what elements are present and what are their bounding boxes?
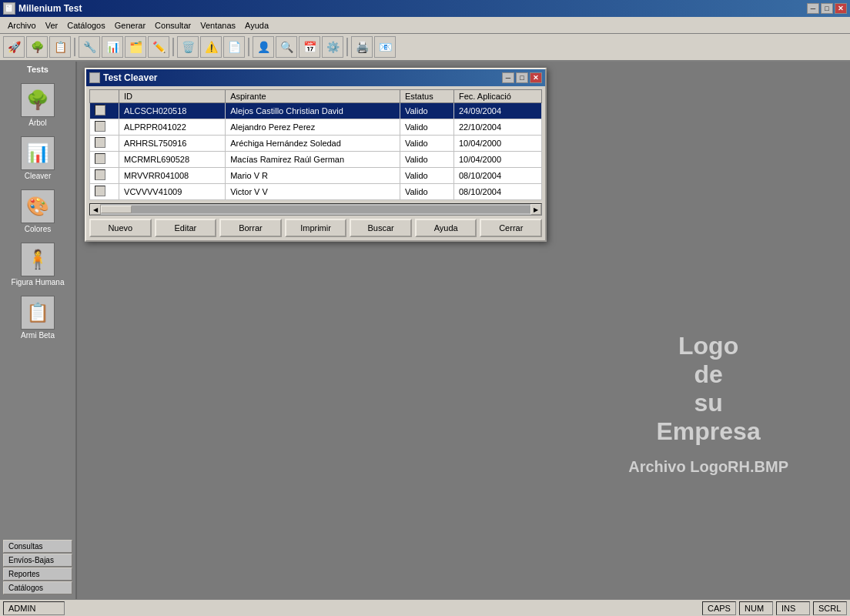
row-estatus: Valido <box>400 168 453 184</box>
row-id: ALPRPR041022 <box>119 119 226 136</box>
menu-consultar[interactable]: Consultar <box>150 19 196 32</box>
sidebar-item-arbol[interactable]: 🌳 Árbol <box>3 80 72 130</box>
armi-icon: 📋 <box>21 296 55 330</box>
sidebar-item-cleaver[interactable]: 📊 Cleaver <box>3 133 72 183</box>
figura-icon: 🧍 <box>21 243 55 276</box>
toolbar-sep-2 <box>172 38 174 56</box>
imprimir-button[interactable]: Imprimir <box>285 219 347 237</box>
row-indicator <box>95 105 105 116</box>
ayuda-button[interactable]: Ayuda <box>415 219 477 237</box>
nuevo-button[interactable]: Nuevo <box>89 219 152 237</box>
row-id: ARHRSL750916 <box>119 136 226 152</box>
row-fecha: 24/09/2004 <box>453 103 541 119</box>
logo-line3: su <box>694 389 722 417</box>
toolbar-btn-4[interactable]: 🔧 <box>79 36 100 58</box>
dialog-maximize-btn[interactable]: □ <box>516 72 528 83</box>
toolbar-btn-10[interactable]: 📄 <box>223 36 245 58</box>
status-ins: INS <box>776 601 810 615</box>
toolbar-btn-11[interactable]: 👤 <box>253 36 274 58</box>
menu-generar[interactable]: Generar <box>110 19 150 32</box>
row-indicator-cell <box>90 103 119 119</box>
sidebar-item-colores[interactable]: 🎨 Colores <box>3 186 72 236</box>
dialog-minimize-btn[interactable]: ─ <box>502 72 514 83</box>
row-estatus: Valido <box>400 136 453 152</box>
borrar-button[interactable]: Borrar <box>219 219 282 237</box>
menu-ayuda[interactable]: Ayuda <box>240 19 273 32</box>
toolbar-btn-15[interactable]: 🖨️ <box>351 36 373 58</box>
sidebar-bottom-reportes[interactable]: Reportes <box>3 567 72 581</box>
sidebar-item-label-arbol: Árbol <box>28 119 46 127</box>
scrollbar-right-btn[interactable]: ▶ <box>530 204 541 215</box>
app-maximize-btn[interactable]: □ <box>821 3 833 14</box>
status-caps: CAPS <box>702 601 736 615</box>
app-icon: 🖥 <box>3 2 15 15</box>
editar-button[interactable]: Editar <box>155 219 217 237</box>
row-aspirante: Victor V V <box>226 184 400 200</box>
toolbar-btn-7[interactable]: ✏️ <box>148 36 169 58</box>
app-close-btn[interactable]: ✕ <box>835 3 847 14</box>
toolbar-btn-14[interactable]: ⚙️ <box>322 36 343 58</box>
sidebar-bottom: Consultas Envíos-Bajas Reportes Catálogo… <box>2 538 74 596</box>
sidebar-item-label-figura: Figura Humana <box>12 278 65 286</box>
sidebar-title: Tests <box>27 65 49 74</box>
table-row[interactable]: MCRMRL690528 Macías Ramirez Raúl German … <box>90 152 542 168</box>
sidebar-bottom-consultas[interactable]: Consultas <box>3 540 72 553</box>
row-aspirante: Mario V R <box>226 168 400 184</box>
row-fecha: 10/04/2000 <box>453 136 541 152</box>
table-row[interactable]: ALPRPR041022 Alejandro Perez Perez Valid… <box>90 119 542 136</box>
menu-bar: Archivo Ver Catálogos Generar Consultar … <box>0 17 850 34</box>
status-scrl: SCRL <box>813 601 847 615</box>
toolbar-btn-6[interactable]: 🗂️ <box>125 36 146 58</box>
toolbar-btn-1[interactable]: 🚀 <box>3 36 25 58</box>
dialog-title-icon <box>89 72 100 83</box>
logo-line4: Empresa <box>657 417 761 446</box>
dialog-title-bar[interactable]: Test Cleaver ─ □ ✕ <box>86 69 545 86</box>
menu-archivo[interactable]: Archivo <box>3 19 41 32</box>
toolbar-btn-8[interactable]: 🗑️ <box>177 36 199 58</box>
scrollbar-area[interactable]: ◀ ▶ <box>89 203 542 216</box>
arbol-icon: 🌳 <box>21 83 55 117</box>
scrollbar-thumb[interactable] <box>101 206 132 213</box>
row-indicator-cell <box>90 168 119 184</box>
main-area: Tests 🌳 Árbol 📊 Cleaver 🎨 Colores 🧍 Figu… <box>0 62 850 599</box>
toolbar-btn-16[interactable]: 📧 <box>374 36 396 58</box>
content-area: Test Cleaver ─ □ ✕ ID Aspirante Estatus <box>77 62 850 599</box>
sidebar-item-label-colores: Colores <box>25 225 51 233</box>
dialog-table-wrapper: ID Aspirante Estatus Fec. Aplicació ALCS… <box>86 86 545 203</box>
col-header-aspirante: Aspirante <box>226 90 400 103</box>
app-title-bar: 🖥 Millenium Test ─ □ ✕ <box>0 0 850 17</box>
toolbar-sep-1 <box>74 38 75 56</box>
row-aspirante: Alejandro Perez Perez <box>226 119 400 136</box>
dialog-test-cleaver: Test Cleaver ─ □ ✕ ID Aspirante Estatus <box>85 68 547 242</box>
logo-line2: de <box>694 360 722 389</box>
toolbar: 🚀 🌳 📋 🔧 📊 🗂️ ✏️ 🗑️ ⚠️ 📄 👤 🔍 📅 ⚙️ 🖨️ 📧 <box>0 34 850 62</box>
table-row[interactable]: VCVVVV41009 Victor V V Valido 08/10/2004 <box>90 184 542 200</box>
menu-ventanas[interactable]: Ventanas <box>196 19 240 32</box>
table-row[interactable]: ALCSCH020518 Alejos Castillo Christian D… <box>90 103 542 119</box>
sidebar-bottom-envios[interactable]: Envíos-Bajas <box>3 554 72 567</box>
toolbar-btn-2[interactable]: 🌳 <box>26 36 48 58</box>
sidebar-item-figura[interactable]: 🧍 Figura Humana <box>3 239 72 290</box>
menu-ver[interactable]: Ver <box>41 19 63 32</box>
buscar-button[interactable]: Buscar <box>350 219 412 237</box>
table-row[interactable]: MRVVRR041008 Mario V R Valido 08/10/2004 <box>90 168 542 184</box>
row-estatus: Valido <box>400 152 453 168</box>
toolbar-btn-5[interactable]: 📊 <box>102 36 123 58</box>
scrollbar-track[interactable] <box>101 206 530 213</box>
toolbar-btn-3[interactable]: 📋 <box>49 36 71 58</box>
row-fecha: 10/04/2000 <box>453 152 541 168</box>
row-indicator-cell <box>90 119 119 136</box>
sidebar-bottom-catalogos[interactable]: Catálogos <box>3 581 72 594</box>
table-row[interactable]: ARHRSL750916 Aréchiga Hernández Soledad … <box>90 136 542 152</box>
cerrar-button[interactable]: Cerrar <box>480 219 542 237</box>
sidebar-item-armi[interactable]: 📋 Armi Beta <box>3 293 72 343</box>
scrollbar-left-btn[interactable]: ◀ <box>90 204 101 215</box>
toolbar-btn-12[interactable]: 🔍 <box>276 36 297 58</box>
toolbar-btn-13[interactable]: 📅 <box>299 36 320 58</box>
dialog-close-btn[interactable]: ✕ <box>530 72 542 83</box>
app-minimize-btn[interactable]: ─ <box>807 3 819 14</box>
menu-catalogos[interactable]: Catálogos <box>62 19 110 32</box>
row-indicator-cell <box>90 136 119 152</box>
toolbar-btn-9[interactable]: ⚠️ <box>200 36 222 58</box>
dialog-title: Test Cleaver <box>103 72 157 83</box>
